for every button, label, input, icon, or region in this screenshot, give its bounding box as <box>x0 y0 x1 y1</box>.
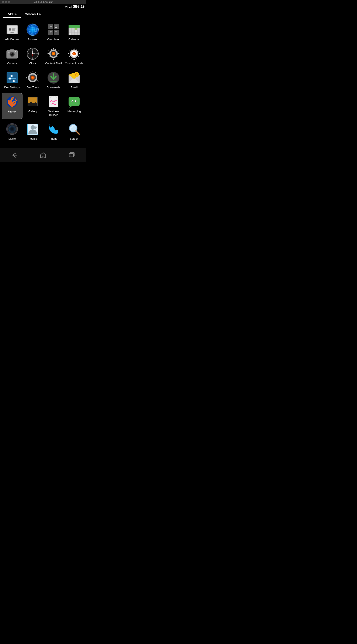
app-label-downloads: Downloads <box>47 86 60 89</box>
app-item-clock[interactable]: Clock <box>22 45 43 68</box>
tab-apps[interactable]: APPS <box>4 9 21 18</box>
svg-rect-96 <box>28 98 37 103</box>
calculator-icon <box>47 23 60 36</box>
app-label-phone: Phone <box>50 137 58 141</box>
app-item-content-shell[interactable]: Content Shell <box>43 45 64 68</box>
maximize-button[interactable] <box>8 1 10 3</box>
svg-point-82 <box>32 77 33 78</box>
svg-point-81 <box>32 76 34 79</box>
traffic-lights <box>2 1 10 3</box>
app-label-gestures: Gestures Builder <box>44 110 63 117</box>
svg-line-132 <box>76 131 79 134</box>
window-title: 5554:N5-Emulator <box>34 1 52 3</box>
battery-icon <box>73 5 77 8</box>
app-label-custom-locale: Custom Locale <box>65 62 84 66</box>
api-demos-icon <box>6 23 18 36</box>
app-item-music[interactable]: Music <box>2 120 22 143</box>
svg-rect-124 <box>34 127 37 128</box>
svg-point-3 <box>9 28 11 30</box>
svg-point-45 <box>12 54 12 54</box>
app-item-calendar[interactable]: Calendar <box>64 21 85 44</box>
app-item-firefox[interactable]: Firefox <box>2 93 22 119</box>
nav-bar <box>0 148 86 162</box>
app-item-gestures[interactable]: Gestures Builder <box>43 93 64 119</box>
svg-rect-5 <box>12 29 15 30</box>
app-item-browser[interactable]: Browser <box>22 21 43 44</box>
app-item-calculator[interactable]: Calculator <box>43 21 64 44</box>
app-item-people[interactable]: People <box>22 120 43 143</box>
messaging-icon <box>68 95 80 108</box>
app-item-camera[interactable]: Camera <box>2 45 22 68</box>
svg-point-128 <box>71 126 76 131</box>
app-item-phone[interactable]: Phone <box>43 120 64 143</box>
svg-rect-125 <box>34 128 36 129</box>
svg-rect-17 <box>48 30 53 35</box>
search-icon <box>68 123 80 136</box>
home-button[interactable] <box>39 151 47 159</box>
svg-rect-46 <box>8 52 10 53</box>
back-button[interactable] <box>10 151 18 159</box>
app-label-clock: Clock <box>29 62 36 66</box>
svg-marker-105 <box>70 106 72 108</box>
camera-icon <box>6 47 18 60</box>
gestures-icon <box>47 95 60 108</box>
status-time: 8:19 <box>78 5 84 8</box>
svg-rect-18 <box>54 30 59 35</box>
tab-widgets[interactable]: WIDGETS <box>21 9 45 18</box>
downloads-icon <box>47 71 60 84</box>
svg-point-64 <box>53 53 54 54</box>
gallery-icon <box>26 95 39 108</box>
close-button[interactable] <box>2 1 4 3</box>
app-label-music: Music <box>8 137 16 141</box>
app-label-calendar: Calendar <box>68 38 80 42</box>
svg-point-109 <box>76 101 76 102</box>
svg-rect-7 <box>10 32 14 33</box>
svg-rect-104 <box>68 97 80 106</box>
svg-text:@: @ <box>75 73 78 76</box>
app-label-browser: Browser <box>28 38 38 42</box>
app-item-downloads[interactable]: Downloads <box>43 69 64 92</box>
svg-point-58 <box>32 53 33 54</box>
app-label-messaging: Messaging <box>68 110 81 113</box>
recents-button[interactable] <box>68 151 76 159</box>
clock-icon <box>26 47 39 60</box>
tab-bar: APPS WIDGETS <box>0 9 86 18</box>
svg-point-108 <box>72 101 73 102</box>
people-icon <box>26 123 39 136</box>
calendar-icon <box>68 23 80 36</box>
signal-bar-4 <box>72 6 72 8</box>
svg-point-116 <box>12 128 13 130</box>
app-label-api-demos: API Demos <box>5 38 19 42</box>
app-item-gallery[interactable]: Gallery <box>22 93 43 119</box>
app-item-api-demos[interactable]: API Demos <box>2 21 22 44</box>
svg-rect-28 <box>68 27 80 28</box>
status-bar: 3G 8:19 <box>0 4 86 9</box>
custom-locale-icon <box>68 47 80 60</box>
app-label-gallery: Gallery <box>28 110 37 113</box>
signal-bar-2 <box>70 7 70 8</box>
battery-fill <box>74 6 76 7</box>
svg-point-75 <box>9 78 11 80</box>
app-label-firefox: Firefox <box>8 110 16 114</box>
app-item-search[interactable]: Search <box>64 120 85 143</box>
svg-point-73 <box>10 75 13 77</box>
signal-bar-1 <box>69 7 70 8</box>
svg-marker-39 <box>10 48 14 50</box>
app-label-camera: Camera <box>7 62 17 66</box>
signal-bar-3 <box>71 6 71 8</box>
app-item-email[interactable]: @ Email <box>64 69 85 92</box>
browser-icon <box>26 23 39 36</box>
phone-icon <box>47 123 60 136</box>
app-item-custom-locale[interactable]: Custom Locale <box>64 45 85 68</box>
app-item-messaging[interactable]: Messaging <box>64 93 85 119</box>
app-item-dev-settings[interactable]: Dev Settings <box>2 69 22 92</box>
svg-rect-4 <box>12 28 16 29</box>
app-item-dev-tools[interactable]: Dev Tools <box>22 69 43 92</box>
email-icon: @ <box>68 71 80 84</box>
svg-rect-34 <box>75 28 77 30</box>
app-label-search: Search <box>70 137 78 141</box>
minimize-button[interactable] <box>5 1 7 3</box>
svg-point-77 <box>13 80 15 82</box>
svg-point-68 <box>73 53 75 55</box>
svg-rect-123 <box>34 126 36 127</box>
